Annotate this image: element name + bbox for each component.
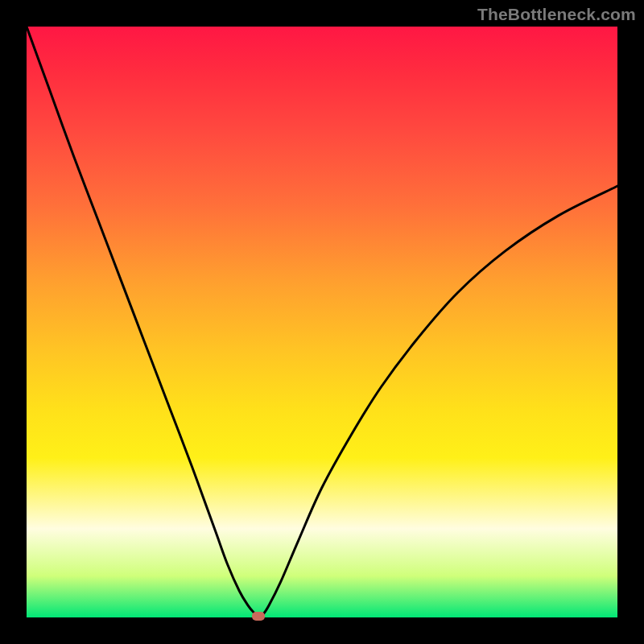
bottleneck-curve bbox=[27, 27, 617, 617]
plot-area bbox=[27, 27, 617, 617]
optimal-point-marker bbox=[252, 612, 265, 621]
watermark-text: TheBottleneck.com bbox=[477, 5, 636, 24]
chart-frame: TheBottleneck.com bbox=[0, 0, 644, 644]
